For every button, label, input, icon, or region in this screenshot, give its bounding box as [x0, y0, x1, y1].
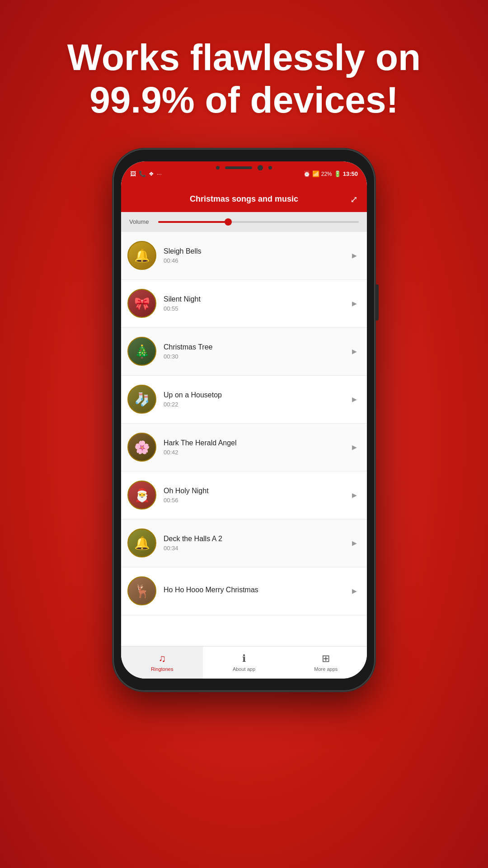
- song-icon: 🎄: [127, 337, 156, 366]
- battery-text: 22%: [321, 171, 332, 177]
- phone-mockup: 🖼 📞 ❖ ··· ⏰ 📶 22% 🔋 13:50: [113, 149, 375, 700]
- song-title: Sleigh Bells: [164, 247, 348, 255]
- song-icon: 🦌: [127, 576, 156, 605]
- bottom-nav: ♫ Ringtones ℹ About app ⊞ More apps: [121, 646, 367, 679]
- nav-item-more-apps[interactable]: ⊞ More apps: [285, 646, 367, 679]
- hero-line2: 99.9% of devices!: [89, 79, 399, 120]
- status-left-icons: 🖼 📞 ❖ ···: [130, 170, 162, 177]
- battery-icon: 🔋: [334, 170, 341, 177]
- play-arrow-icon[interactable]: ▶: [348, 392, 361, 406]
- nav-item-ringtones[interactable]: ♫ Ringtones: [121, 646, 203, 679]
- song-duration: 00:42: [164, 449, 348, 456]
- play-arrow-icon[interactable]: ▶: [348, 440, 361, 454]
- nav-label-0: Ringtones: [151, 666, 174, 672]
- time-display: 13:50: [343, 170, 358, 177]
- song-duration: 00:55: [164, 305, 348, 312]
- notification-icon-3: ❖: [149, 170, 154, 177]
- phone-screen: 🖼 📞 ❖ ··· ⏰ 📶 22% 🔋 13:50: [121, 161, 367, 679]
- song-title: Up on a Housetop: [164, 391, 348, 399]
- share-icon[interactable]: ⤢: [350, 194, 358, 205]
- song-item[interactable]: 🎅 Oh Holy Night 00:56 ▶: [121, 472, 367, 519]
- nav-item-about-app[interactable]: ℹ About app: [203, 646, 285, 679]
- song-item[interactable]: 🎀 Silent Night 00:55 ▶: [121, 280, 367, 328]
- song-duration: 00:46: [164, 257, 348, 264]
- camera-notch: [216, 165, 272, 170]
- song-title: Ho Ho Hooo Merry Christmas: [164, 586, 348, 594]
- song-list: 🔔 Sleigh Bells 00:46 ▶ 🎀 Silent Night 00…: [121, 232, 367, 646]
- volume-thumb[interactable]: [225, 218, 232, 226]
- nav-icon-0: ♫: [158, 653, 166, 665]
- song-item[interactable]: 🌸 Hark The Herald Angel 00:42 ▶: [121, 424, 367, 472]
- volume-fill: [158, 221, 228, 223]
- song-item[interactable]: 🦌 Ho Ho Hooo Merry Christmas ▶: [121, 567, 367, 615]
- song-title: Hark The Herald Angel: [164, 439, 348, 447]
- front-sensor: [268, 166, 272, 170]
- song-icon: 🔔: [127, 528, 156, 557]
- volume-label: Volume: [129, 218, 152, 225]
- song-item[interactable]: 🔔 Deck the Halls A 2 00:34 ▶: [121, 519, 367, 567]
- song-info: Christmas Tree 00:30: [156, 343, 348, 360]
- volume-row: Volume: [121, 212, 367, 232]
- app-title: Christmas songs and music: [190, 194, 298, 204]
- nav-icon-2: ⊞: [322, 653, 330, 665]
- speaker-bar: [225, 166, 252, 169]
- song-title: Christmas Tree: [164, 343, 348, 351]
- song-item[interactable]: 🧦 Up on a Housetop 00:22 ▶: [121, 376, 367, 424]
- volume-slider[interactable]: [158, 221, 359, 223]
- play-arrow-icon[interactable]: ▶: [348, 536, 361, 550]
- notification-dots: ···: [157, 170, 162, 177]
- nav-label-1: About app: [233, 666, 255, 672]
- song-icon: 🎅: [127, 481, 156, 509]
- alarm-icon: ⏰: [303, 170, 310, 177]
- song-duration: 00:22: [164, 401, 348, 408]
- song-icon: 🧦: [127, 385, 156, 414]
- song-title: Deck the Halls A 2: [164, 535, 348, 543]
- hero-line1: Works flawlessly on: [67, 37, 421, 78]
- play-arrow-icon[interactable]: ▶: [348, 488, 361, 502]
- song-duration: 00:56: [164, 497, 348, 504]
- status-right-icons: ⏰ 📶 22% 🔋 13:50: [303, 170, 358, 177]
- play-arrow-icon[interactable]: ▶: [348, 344, 361, 359]
- song-duration: 00:30: [164, 353, 348, 360]
- song-icon: 🎀: [127, 289, 156, 318]
- song-duration: 00:34: [164, 545, 348, 552]
- song-icon: 🌸: [127, 433, 156, 462]
- hero-text: Works flawlessly on 99.9% of devices!: [40, 36, 448, 122]
- song-title: Oh Holy Night: [164, 487, 348, 495]
- front-camera-main: [258, 165, 263, 170]
- play-arrow-icon[interactable]: ▶: [348, 296, 361, 311]
- app-bar: Christmas songs and music ⤢: [121, 187, 367, 212]
- song-info: Ho Ho Hooo Merry Christmas: [156, 586, 348, 596]
- song-info: Up on a Housetop 00:22: [156, 391, 348, 408]
- play-arrow-icon[interactable]: ▶: [348, 248, 361, 263]
- song-info: Oh Holy Night 00:56: [156, 487, 348, 504]
- song-info: Deck the Halls A 2 00:34: [156, 535, 348, 552]
- notification-icon-2: 📞: [139, 170, 146, 177]
- signal-icon: 📶: [312, 170, 319, 177]
- play-arrow-icon[interactable]: ▶: [348, 584, 361, 598]
- nav-icon-1: ℹ: [242, 653, 246, 665]
- front-camera-small: [216, 166, 220, 170]
- song-info: Silent Night 00:55: [156, 295, 348, 312]
- nav-label-2: More apps: [314, 666, 338, 672]
- song-title: Silent Night: [164, 295, 348, 303]
- song-info: Sleigh Bells 00:46: [156, 247, 348, 264]
- song-icon: 🔔: [127, 241, 156, 270]
- song-item[interactable]: 🔔 Sleigh Bells 00:46 ▶: [121, 232, 367, 280]
- phone-bezel: 🖼 📞 ❖ ··· ⏰ 📶 22% 🔋 13:50: [113, 149, 375, 691]
- status-bar: 🖼 📞 ❖ ··· ⏰ 📶 22% 🔋 13:50: [121, 161, 367, 187]
- notification-icon-1: 🖼: [130, 170, 136, 177]
- song-item[interactable]: 🎄 Christmas Tree 00:30 ▶: [121, 328, 367, 376]
- song-info: Hark The Herald Angel 00:42: [156, 439, 348, 456]
